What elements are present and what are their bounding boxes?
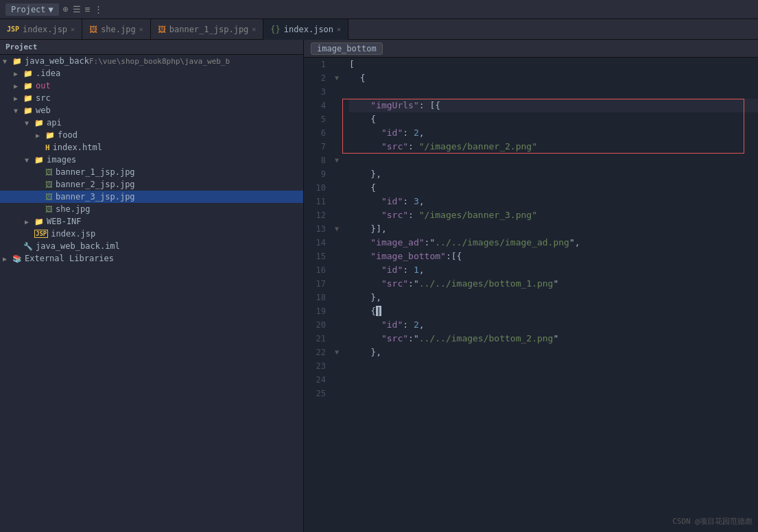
tree-item[interactable]: Hindex.html — [0, 141, 303, 154]
tree-item[interactable]: 🖼banner_3_jsp.jpg — [0, 191, 303, 203]
tree-item[interactable]: 🔧java_web_back.iml — [0, 240, 303, 252]
tab-bar: JSP index.jsp ✕ 🖼 she.jpg ✕ 🖼 banner_1_j… — [0, 19, 758, 40]
fold-marker[interactable]: ▼ — [331, 154, 342, 167]
fold-gutter: ▼▼▼▼ — [331, 58, 342, 532]
code-line: { — [349, 181, 751, 195]
tree-item[interactable]: ▶📁src — [0, 92, 303, 104]
sidebar-title: Project — [5, 43, 37, 51]
layout-icon: ☰ — [73, 4, 81, 14]
line-number: 9 — [304, 167, 326, 181]
code-line: }, — [349, 346, 751, 359]
img-icon: 🖼 — [158, 25, 166, 34]
line-number: 4 — [304, 99, 326, 112]
fold-marker — [331, 387, 342, 400]
tree-item[interactable]: ▶📁out — [0, 80, 303, 92]
line-number: 1 — [304, 58, 326, 71]
target-icon: ⊕ — [63, 4, 69, 14]
code-editor[interactable]: 1234567891011121314151617181920212223242… — [304, 58, 758, 532]
tree-item[interactable]: ▼📁api — [0, 117, 303, 129]
code-line: "src": "/images/banner_2.png" — [349, 140, 751, 154]
code-line: "id": 1, — [751, 99, 758, 112]
fold-marker — [331, 318, 342, 332]
tree-item[interactable]: ▼📁web — [0, 104, 303, 117]
close-icon[interactable]: ✕ — [252, 25, 256, 33]
fold-marker — [331, 181, 342, 195]
close-icon[interactable]: ✕ — [139, 25, 143, 33]
fold-marker — [331, 277, 342, 291]
tab-label: she.jpg — [101, 25, 136, 34]
chevron-down-icon: ▼ — [49, 5, 54, 14]
json-icon: {} — [270, 25, 280, 34]
fold-marker — [331, 112, 342, 126]
line-number: 20 — [304, 318, 326, 332]
main-layout: Project ▼📁java_web_back F:\vue\shop_book… — [0, 40, 758, 532]
tree-item[interactable]: ▼📁images — [0, 154, 303, 166]
line-number: 6 — [304, 126, 326, 140]
project-label: Project — [11, 5, 46, 14]
tab-label: index.jsp — [23, 25, 67, 34]
tab-banner1-jpg[interactable]: 🖼 banner_1_jsp.jpg ✕ — [151, 19, 264, 40]
line-number: 5 — [304, 112, 326, 126]
code-line: }, — [349, 167, 751, 181]
code-line: "id": 1, — [349, 263, 751, 277]
code-line: }, — [349, 291, 751, 304]
fold-marker — [331, 140, 342, 154]
more-icon: ⋮ — [94, 4, 103, 14]
code-line: }], — [349, 222, 751, 236]
code-line: "image_bottom":[{ — [349, 250, 751, 263]
code-content[interactable]: [ { "imgUrls": [{ "id": 1, "src": "/imag… — [342, 58, 758, 532]
tree-item[interactable]: 🖼she.jpg — [0, 203, 303, 215]
project-dropdown[interactable]: Project ▼ — [5, 3, 59, 16]
fold-marker — [331, 332, 342, 346]
fold-marker — [331, 236, 342, 250]
tree-item[interactable]: ▶📁.idea — [0, 67, 303, 80]
tab-label: banner_1_jsp.jpg — [169, 25, 249, 34]
line-number: 25 — [304, 387, 326, 400]
code-line: [ — [349, 58, 751, 71]
fold-marker — [331, 291, 342, 304]
line-number: 19 — [304, 304, 326, 318]
fold-marker — [331, 304, 342, 318]
fold-marker — [331, 85, 342, 99]
tab-index-json[interactable]: {} index.json ✕ — [263, 19, 348, 40]
tree-item[interactable]: ▼📁java_web_back F:\vue\shop_book8php\jav… — [0, 55, 303, 67]
tree-item[interactable]: ▶📁WEB-INF — [0, 215, 303, 228]
code-line: "imgUrls": [{ — [349, 99, 751, 112]
tree-item[interactable]: JSPindex.jsp — [0, 228, 303, 240]
menu-icon: ≡ — [85, 4, 91, 14]
tree-item[interactable]: 🖼banner_2_jsp.jpg — [0, 178, 303, 191]
line-number: 18 — [304, 291, 326, 304]
line-number: 13 — [304, 222, 326, 236]
fold-marker — [331, 263, 342, 277]
line-number: 8 — [304, 154, 326, 167]
close-icon[interactable]: ✕ — [71, 25, 75, 33]
project-bar: Project ▼ ⊕ ☰ ≡ ⋮ — [0, 0, 758, 19]
sidebar-header: Project — [0, 40, 303, 55]
line-number: 15 — [304, 250, 326, 263]
code-line: "src":"../../images/bottom_1.png" — [349, 277, 751, 291]
code-line — [349, 85, 751, 99]
img-icon: 🖼 — [89, 25, 97, 34]
watermark: CSDN @项目花园范德彪 — [672, 516, 753, 527]
code-line: "src": "/images/banner_3.png" — [349, 208, 751, 222]
line-number: 23 — [304, 359, 326, 373]
code-line: {| — [349, 304, 751, 318]
code-line: "image_ad":"../../images/image_ad.png", — [349, 236, 751, 250]
close-icon[interactable]: ✕ — [337, 25, 341, 33]
tree-item[interactable]: 🖼banner_1_jsp.jpg — [0, 166, 303, 178]
tree-item[interactable]: ▶📁food — [0, 129, 303, 141]
fold-marker — [331, 126, 342, 140]
tab-label: index.json — [284, 25, 333, 34]
line-number: 12 — [304, 208, 326, 222]
line-number: 7 — [304, 140, 326, 154]
fold-marker[interactable]: ▼ — [331, 346, 342, 359]
tab-she-jpg[interactable]: 🖼 she.jpg ✕ — [82, 19, 151, 40]
tree-item[interactable]: ▶📚External Libraries — [0, 252, 303, 265]
line-number: 22 — [304, 346, 326, 359]
fold-marker — [331, 359, 342, 373]
fold-marker[interactable]: ▼ — [331, 71, 342, 85]
fold-marker[interactable]: ▼ — [331, 222, 342, 236]
tab-index-jsp[interactable]: JSP index.jsp ✕ — [0, 19, 82, 40]
code-line: { — [349, 112, 751, 126]
line-number: 11 — [304, 195, 326, 208]
